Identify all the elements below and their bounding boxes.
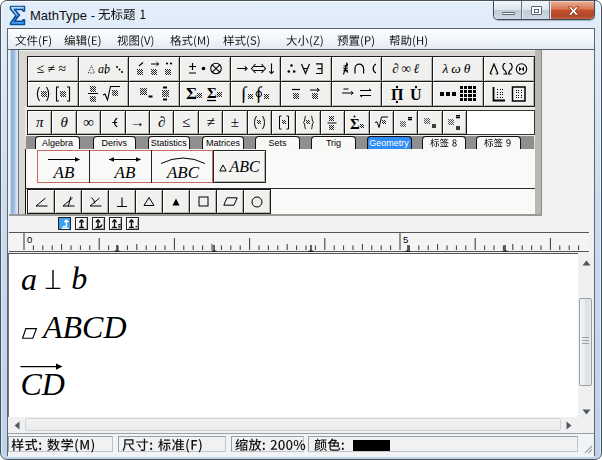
svg-text:Σ: Σ <box>207 85 217 101</box>
svg-text:5: 5 <box>403 234 408 245</box>
svg-text:0: 0 <box>27 234 32 245</box>
svg-text:Σ: Σ <box>350 116 360 131</box>
svg-text:ab: ab <box>98 62 110 76</box>
svg-text:Σ: Σ <box>186 85 197 102</box>
svg-text:Π: Π <box>391 86 404 103</box>
svg-text:∫: ∫ <box>241 85 248 103</box>
svg-text:U: U <box>410 86 422 103</box>
